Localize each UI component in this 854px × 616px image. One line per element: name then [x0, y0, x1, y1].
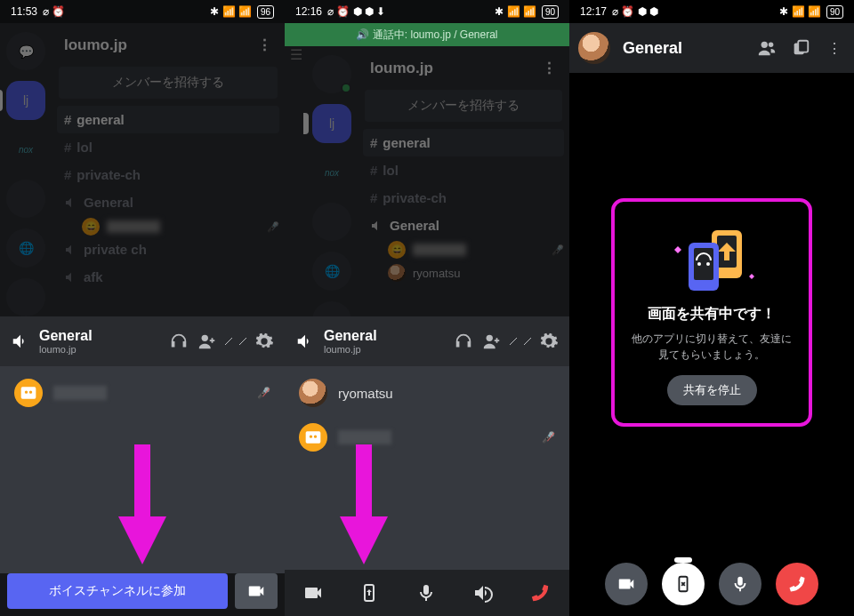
svg-point-1 — [487, 335, 493, 341]
channel-general[interactable]: #general — [363, 129, 564, 156]
voice-server-sub: loumo.jp — [324, 344, 445, 355]
drawer-icon[interactable]: ☰ — [290, 46, 302, 63]
voice-channel-name: General — [324, 328, 445, 344]
avatar[interactable] — [578, 32, 610, 64]
channel-general[interactable]: #general — [57, 106, 279, 133]
channel-lol[interactable]: #lol — [363, 156, 564, 184]
battery: 96 — [257, 5, 274, 19]
mic-icon[interactable] — [415, 582, 437, 604]
status-icons-right: ✱ 📶 📶 — [210, 5, 252, 18]
channel-lol[interactable]: #lol — [57, 133, 279, 161]
screenshare-icon[interactable] — [359, 582, 380, 604]
svg-point-12 — [706, 262, 710, 266]
server-avatar-2[interactable]: 🌐 — [6, 228, 45, 267]
invite-button[interactable]: メンバーを招待する — [365, 90, 562, 122]
stop-screenshare-button[interactable] — [662, 563, 705, 605]
member-row-other[interactable]: 🎤̸ — [299, 423, 555, 452]
hangup-button[interactable] — [776, 563, 818, 605]
server-name: loumo.jp — [370, 60, 433, 77]
channel-private-ch[interactable]: #private-ch — [363, 184, 564, 212]
speaker-icon[interactable] — [295, 332, 315, 351]
server-name: loumo.jp — [64, 36, 127, 54]
voice-footer-controls — [285, 570, 569, 616]
status-icons-right: ✱ 📶 📶 — [779, 5, 821, 18]
voice-channel-afk[interactable]: afk — [57, 263, 279, 291]
clock: 12:16 — [295, 5, 322, 18]
call-top-bar: General ⋮ — [569, 23, 854, 73]
member-name-blurred — [53, 386, 107, 400]
member-name-blurred — [338, 430, 391, 444]
server-menu-icon[interactable]: ⋮ — [257, 36, 272, 54]
add-friend-icon[interactable] — [197, 332, 217, 351]
mic-button[interactable] — [719, 563, 761, 605]
dm-button[interactable]: 💬 — [6, 32, 45, 70]
video-icon[interactable] — [302, 582, 324, 604]
noise-suppress-icon[interactable]: ⟋⟋ — [511, 332, 530, 351]
clock: 12:17 — [580, 5, 607, 18]
server-loumo[interactable]: lj — [6, 81, 45, 119]
server-avatar-1[interactable] — [6, 180, 45, 218]
speaker-icon[interactable] — [11, 332, 30, 351]
headphones-icon[interactable] — [169, 332, 189, 351]
share-card: 画面を共有中です！ 他のアプリに切り替えて、友達に見てもらいましょう。 共有を停… — [611, 198, 812, 427]
call-banner[interactable]: 🔊 通話中: loumo.jp / General — [285, 23, 569, 46]
clock: 11:53 — [11, 5, 37, 18]
stop-share-button[interactable]: 共有を停止 — [667, 375, 757, 405]
voice-channel-general[interactable]: General — [363, 212, 564, 239]
muted-icon: 🎤̸ — [257, 387, 270, 399]
noise-suppress-icon[interactable]: ⟋⟋ — [226, 332, 246, 351]
muted-icon: 🎤̸ — [542, 431, 555, 444]
svg-point-11 — [697, 262, 701, 266]
voice-member-ryomatsu[interactable]: ryomatsu — [388, 264, 564, 282]
server-avatar-2[interactable]: 🌐 — [312, 252, 351, 290]
headphones-icon[interactable] — [454, 332, 473, 351]
server-rail: lj nox 🌐 — [306, 46, 358, 340]
screen-1-voice-preview: 11:53 ⌀ ⏰ ✱ 📶 📶 96 💬 lj nox 🌐 loumo.jp ⋮… — [0, 0, 285, 616]
share-main: 画面を共有中です！ 他のアプリに切り替えて、友達に見てもらいましょう。 共有を停… — [569, 73, 854, 552]
voice-channel-name: General — [39, 328, 160, 344]
voice-channel-general[interactable]: General — [57, 188, 279, 216]
member-name: ryomatsu — [338, 386, 393, 401]
member-row[interactable]: 🎤̸ — [14, 379, 270, 407]
settings-icon[interactable] — [539, 332, 559, 351]
server-avatar-1[interactable] — [312, 203, 351, 241]
voice-body: ryomatsu 🎤̸ — [285, 366, 569, 573]
call-footer — [569, 559, 854, 609]
battery: 90 — [826, 5, 843, 19]
voice-member-row[interactable]: 😄🎤̸ — [82, 218, 279, 236]
server-avatar-current[interactable] — [312, 55, 351, 93]
voice-channel-private[interactable]: private ch — [57, 236, 279, 263]
server-nox[interactable]: nox — [6, 131, 45, 169]
add-friend-icon[interactable] — [482, 332, 502, 351]
swap-icon[interactable] — [790, 37, 811, 59]
svg-rect-6 — [798, 41, 808, 52]
invite-button[interactable]: メンバーを招待する — [59, 67, 278, 99]
status-icons-left: ⌀ ⏰ — [43, 5, 65, 18]
svg-point-3 — [761, 42, 768, 48]
channel-panel: loumo.jp ⋮ メンバーを招待する #general #lol #priv… — [52, 23, 285, 316]
members-icon[interactable] — [756, 37, 777, 59]
video-button[interactable] — [605, 563, 648, 605]
server-menu-icon[interactable]: ⋮ — [542, 59, 557, 77]
server-loumo[interactable]: lj — [312, 104, 351, 142]
channel-private-ch[interactable]: #private-ch — [57, 161, 279, 188]
svg-point-0 — [202, 335, 208, 341]
server-avatar-3[interactable] — [6, 278, 45, 316]
camera-button[interactable] — [235, 573, 278, 609]
audio-out-icon[interactable] — [472, 582, 494, 604]
share-heading: 画面を共有中です！ — [627, 305, 796, 324]
call-title: General — [623, 39, 744, 58]
settings-icon[interactable] — [254, 332, 274, 351]
voice-header-bar: General loumo.jp ⟋⟋ — [285, 316, 569, 366]
member-row-ryomatsu[interactable]: ryomatsu — [299, 379, 555, 407]
disconnect-icon[interactable] — [528, 581, 552, 604]
status-bar: 11:53 ⌀ ⏰ ✱ 📶 📶 96 — [0, 0, 285, 23]
server-nox[interactable]: nox — [312, 154, 351, 192]
voice-body: 🎤̸ — [0, 366, 285, 573]
join-voice-button[interactable]: ボイスチャンネルに参加 — [7, 573, 228, 609]
voice-member-row[interactable]: 😄🎤̸ — [388, 241, 564, 259]
more-icon[interactable]: ⋮ — [824, 37, 845, 59]
status-icons-left: ⌀ ⏰ ⬢ ⬢ — [612, 5, 658, 18]
status-bar: 12:16 ⌀ ⏰ ⬢ ⬢ ⬇ ✱ 📶 📶 90 — [285, 0, 569, 23]
status-icons-right: ✱ 📶 📶 — [495, 5, 536, 18]
